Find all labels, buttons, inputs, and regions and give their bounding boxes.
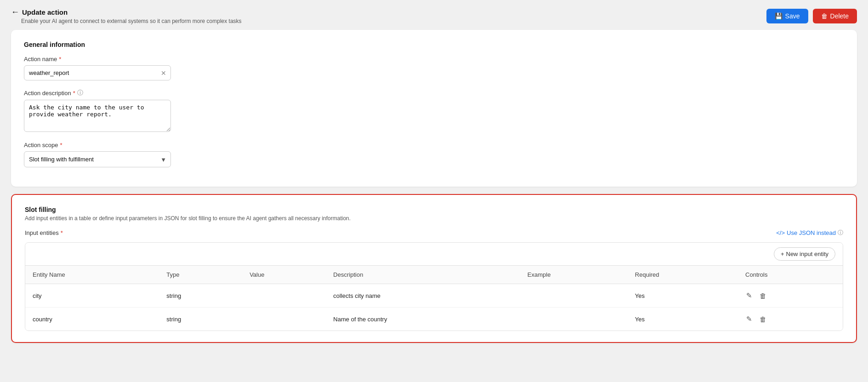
cell-entity-name-city: city (25, 284, 159, 308)
action-desc-info-icon[interactable]: ⓘ (77, 89, 83, 97)
page-title: Update action (22, 8, 68, 16)
action-scope-wrapper: Slot filling with fulfillment Fulfillmen… (24, 151, 171, 167)
top-bar-actions: 💾 Save 🗑 Delete (766, 9, 857, 23)
cell-value-city (242, 284, 326, 308)
controls-city: ✎ 🗑 (745, 291, 835, 301)
controls-country: ✎ 🗑 (745, 314, 835, 324)
action-desc-field: Action description * ⓘ Ask the city name… (24, 89, 844, 133)
use-json-button[interactable]: </> Use JSON instead ⓘ (776, 229, 843, 237)
action-name-wrapper: ✕ (24, 65, 171, 80)
cell-example-country (520, 308, 628, 331)
action-name-clear-icon[interactable]: ✕ (161, 69, 166, 77)
action-scope-required: * (60, 142, 62, 148)
delete-city-button[interactable]: 🗑 (759, 291, 767, 301)
col-controls: Controls (738, 266, 843, 284)
page-subtitle: Enable your AI agent to connect to exter… (21, 18, 242, 24)
col-description: Description (326, 266, 520, 284)
edit-city-button[interactable]: ✎ (745, 291, 753, 301)
code-icon: </> (776, 229, 785, 236)
plus-icon: + (781, 251, 784, 257)
action-desc-input[interactable]: Ask the city name to the user to provide… (24, 100, 171, 132)
cell-type-country: string (159, 308, 242, 331)
cell-controls-city: ✎ 🗑 (738, 284, 843, 308)
action-desc-required: * (73, 90, 75, 97)
general-info-title: General information (24, 41, 844, 48)
save-button[interactable]: 💾 Save (766, 9, 808, 23)
cell-example-city (520, 284, 628, 308)
input-entities-label: Input entities * (25, 229, 63, 236)
entity-table-wrapper: + New input entity Entity Name Type Valu… (25, 242, 843, 331)
back-button[interactable]: ← Update action (11, 7, 242, 17)
input-entities-header: Input entities * </> Use JSON instead ⓘ (25, 229, 843, 237)
col-value: Value (242, 266, 326, 284)
cell-controls-country: ✎ 🗑 (738, 308, 843, 331)
action-scope-label: Action scope * (24, 142, 844, 148)
cell-value-country (242, 308, 326, 331)
delete-country-button[interactable]: 🗑 (759, 314, 767, 324)
new-input-entity-button[interactable]: + New input entity (774, 247, 835, 261)
delete-icon: 🗑 (821, 12, 828, 20)
col-example: Example (520, 266, 628, 284)
col-entity-name: Entity Name (25, 266, 159, 284)
use-json-info-icon: ⓘ (838, 229, 843, 237)
general-info-card: General information Action name * ✕ Acti… (11, 30, 857, 187)
slot-filling-card: Slot filling Add input entities in a tab… (11, 194, 857, 343)
action-name-field: Action name * ✕ (24, 56, 844, 80)
save-icon: 💾 (775, 12, 783, 20)
top-bar: ← Update action Enable your AI agent to … (0, 0, 868, 30)
cell-required-city: Yes (628, 284, 738, 308)
table-row: city string collects city name Yes ✎ 🗑 (25, 284, 843, 308)
cell-type-city: string (159, 284, 242, 308)
delete-label: Delete (830, 12, 849, 20)
entity-table-top: + New input entity (25, 243, 843, 266)
main-content: General information Action name * ✕ Acti… (0, 30, 868, 354)
action-scope-field: Action scope * Slot filling with fulfill… (24, 142, 844, 167)
action-scope-select[interactable]: Slot filling with fulfillment Fulfillmen… (24, 151, 171, 167)
edit-country-button[interactable]: ✎ (745, 314, 753, 324)
new-entity-label: New input entity (786, 251, 829, 257)
table-header-row: Entity Name Type Value Description Examp… (25, 266, 843, 284)
slot-filling-desc: Add input entities in a table or define … (25, 215, 843, 222)
entity-table: Entity Name Type Value Description Examp… (25, 266, 843, 331)
back-arrow-icon: ← (11, 7, 19, 17)
top-bar-left: ← Update action Enable your AI agent to … (11, 7, 242, 24)
action-name-input[interactable] (24, 65, 171, 80)
col-required: Required (628, 266, 738, 284)
action-name-required: * (59, 56, 61, 63)
table-row: country string Name of the country Yes ✎… (25, 308, 843, 331)
slot-filling-title: Slot filling (25, 206, 843, 213)
action-name-label: Action name * (24, 56, 844, 63)
action-desc-label: Action description * ⓘ (24, 89, 844, 97)
cell-desc-country: Name of the country (326, 308, 520, 331)
delete-button[interactable]: 🗑 Delete (813, 9, 857, 23)
cell-entity-name-country: country (25, 308, 159, 331)
input-entities-required: * (61, 229, 63, 236)
save-label: Save (785, 12, 800, 20)
cell-desc-city: collects city name (326, 284, 520, 308)
col-type: Type (159, 266, 242, 284)
cell-required-country: Yes (628, 308, 738, 331)
